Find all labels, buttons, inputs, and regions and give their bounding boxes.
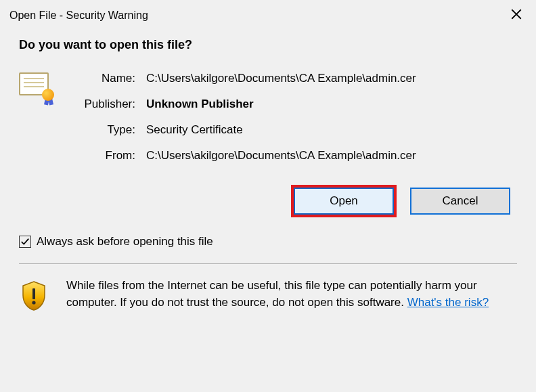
divider: [19, 263, 517, 264]
publisher-value: Unknown Publisher: [146, 97, 517, 112]
svg-point-1: [32, 301, 35, 305]
type-label: Type:: [64, 123, 146, 137]
warning-section: While files from the Internet can be use…: [19, 278, 517, 314]
detail-row-publisher: Publisher: Unknown Publisher: [64, 97, 517, 112]
warning-text: While files from the Internet can be use…: [66, 278, 497, 311]
name-value: C:\Users\akilgore\Documents\CA Example\a…: [146, 71, 517, 86]
dialog-heading: Do you want to open this file?: [19, 38, 517, 52]
always-ask-label: Always ask before opening this file: [37, 235, 213, 248]
type-value: Security Certificate: [146, 123, 517, 137]
file-details: Name: C:\Users\akilgore\Documents\CA Exa…: [64, 71, 517, 174]
close-icon[interactable]: [506, 8, 527, 23]
file-info-section: Name: C:\Users\akilgore\Documents\CA Exa…: [19, 71, 517, 174]
detail-row-name: Name: C:\Users\akilgore\Documents\CA Exa…: [64, 71, 517, 86]
certificate-icon: [19, 71, 64, 102]
risk-link[interactable]: What's the risk?: [407, 296, 489, 309]
from-label: From:: [64, 148, 146, 163]
button-row: Open Cancel: [19, 188, 517, 215]
svg-rect-0: [32, 288, 35, 299]
shield-warning-icon: [19, 278, 51, 314]
from-value: C:\Users\akilgore\Documents\CA Example\a…: [146, 148, 517, 163]
content-area: Do you want to open this file? Name: C:\…: [0, 31, 536, 314]
cancel-button[interactable]: Cancel: [410, 188, 510, 215]
detail-row-from: From: C:\Users\akilgore\Documents\CA Exa…: [64, 148, 517, 163]
name-label: Name:: [64, 71, 146, 86]
window-title: Open File - Security Warning: [9, 9, 148, 22]
always-ask-checkbox[interactable]: [19, 236, 31, 248]
titlebar: Open File - Security Warning: [0, 0, 536, 31]
security-warning-dialog: Open File - Security Warning Do you want…: [0, 0, 536, 392]
open-button[interactable]: Open: [294, 188, 394, 215]
publisher-label: Publisher:: [64, 97, 146, 112]
detail-row-type: Type: Security Certificate: [64, 123, 517, 137]
always-ask-row[interactable]: Always ask before opening this file: [19, 235, 517, 248]
